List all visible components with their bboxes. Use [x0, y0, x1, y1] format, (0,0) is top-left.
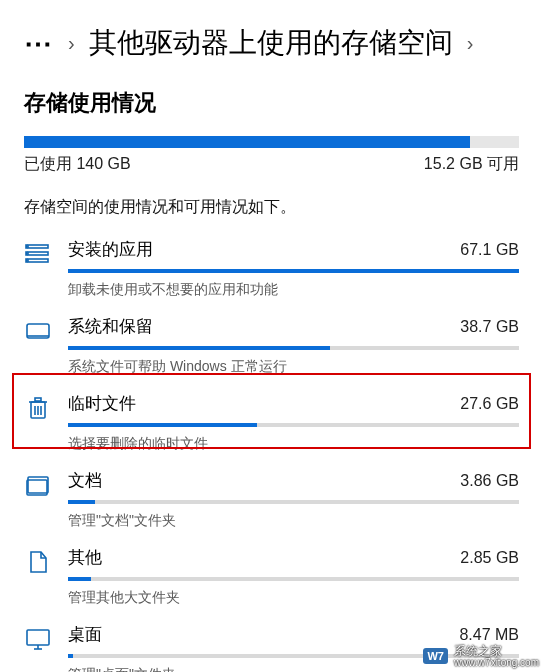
chevron-right-icon: › [467, 32, 474, 55]
item-subtext: 系统文件可帮助 Windows 正常运行 [68, 358, 519, 376]
item-size: 2.85 GB [460, 549, 519, 567]
system-icon [24, 317, 52, 345]
storage-item[interactable]: 临时文件27.6 GB选择要删除的临时文件 [24, 382, 519, 459]
section-title: 存储使用情况 [0, 72, 543, 126]
item-size: 38.7 GB [460, 318, 519, 336]
item-subtext: 管理"文档"文件夹 [68, 512, 519, 530]
item-usage-fill [68, 577, 91, 581]
item-usage-bar [68, 423, 519, 427]
breadcrumb-title: 其他驱动器上使用的存储空间 [89, 24, 453, 62]
trash-icon [24, 394, 52, 422]
item-usage-fill [68, 654, 73, 658]
item-title: 安装的应用 [68, 238, 153, 261]
other-icon [24, 548, 52, 576]
item-size: 3.86 GB [460, 472, 519, 490]
item-usage-fill [68, 500, 95, 504]
item-title: 临时文件 [68, 392, 136, 415]
storage-item[interactable]: 文档3.86 GB管理"文档"文件夹 [24, 459, 519, 536]
item-title: 桌面 [68, 623, 102, 646]
item-subtext: 管理其他大文件夹 [68, 589, 519, 607]
item-usage-bar [68, 269, 519, 273]
watermark-text: 系统之家 [454, 645, 539, 658]
storage-item[interactable]: 其他2.85 GB管理其他大文件夹 [24, 536, 519, 613]
item-title: 其他 [68, 546, 102, 569]
item-usage-bar [68, 500, 519, 504]
document-icon [24, 471, 52, 499]
apps-icon [24, 240, 52, 268]
item-usage-bar [68, 577, 519, 581]
breadcrumb-prev[interactable]: ⋯ [24, 27, 54, 60]
overall-usage-fill [24, 136, 470, 148]
free-label: 15.2 GB 可用 [424, 154, 519, 175]
storage-item[interactable]: 安装的应用67.1 GB卸载未使用或不想要的应用和功能 [24, 228, 519, 305]
item-usage-bar [68, 346, 519, 350]
item-size: 27.6 GB [460, 395, 519, 413]
item-usage-fill [68, 423, 257, 427]
item-usage-fill [68, 346, 330, 350]
item-subtext: 选择要删除的临时文件 [68, 435, 519, 453]
breadcrumb: ⋯ › 其他驱动器上使用的存储空间 › [0, 0, 543, 72]
storage-item[interactable]: 系统和保留38.7 GB系统文件可帮助 Windows 正常运行 [24, 305, 519, 382]
item-size: 8.47 MB [459, 626, 519, 644]
overall-usage-bar [0, 126, 543, 148]
storage-items: 安装的应用67.1 GB卸载未使用或不想要的应用和功能系统和保留38.7 GB系… [0, 228, 543, 672]
chevron-right-icon: › [68, 32, 75, 55]
item-title: 文档 [68, 469, 102, 492]
item-subtext: 卸载未使用或不想要的应用和功能 [68, 281, 519, 299]
item-title: 系统和保留 [68, 315, 153, 338]
watermark-badge: W7 [423, 648, 448, 664]
item-size: 67.1 GB [460, 241, 519, 259]
item-usage-fill [68, 269, 519, 273]
used-label: 已使用 140 GB [24, 154, 131, 175]
desktop-icon [24, 625, 52, 653]
watermark: W7 系统之家 www.w7xitong.com [423, 645, 539, 668]
watermark-url: www.w7xitong.com [454, 658, 539, 669]
usage-description: 存储空间的使用情况和可用情况如下。 [0, 175, 543, 228]
